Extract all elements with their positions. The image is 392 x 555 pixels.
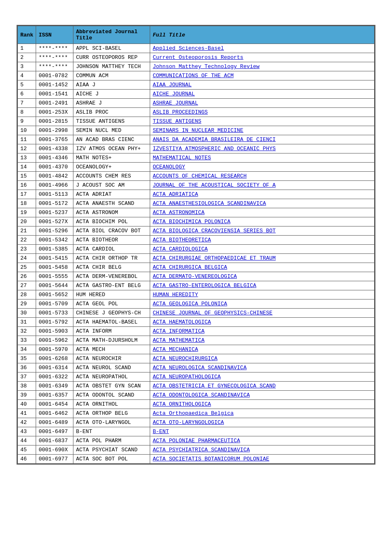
cell-full-title[interactable]: ACTA BIOTHEORETICA [150,236,375,245]
journal-link[interactable]: ACTA ANAESTHESIOLOGICA SCANDINAVICA [153,200,266,207]
cell-full-title[interactable]: ASLIB PROCEEDINGS [150,108,375,117]
journal-link[interactable]: ACTA GEOLOGICA POLONICA [153,301,227,307]
cell-full-title[interactable]: ACTA ODONTOLOGICA SCANDINAVICA [150,391,375,400]
cell-full-title[interactable]: ACTA ORNITHOLOGICA [150,400,375,409]
journal-link[interactable]: Applied Sciences-Basel [153,45,224,51]
journal-link[interactable]: COMMUNICATIONS OF THE ACM [153,73,234,79]
journal-link[interactable]: ACTA MECHANICA [153,346,198,353]
cell-full-title[interactable]: ACTA SOCIETATIS BOTANICORUM POLONIAE [150,455,375,464]
cell-full-title[interactable]: OCEANOLOGY [150,163,375,172]
journal-link[interactable]: ACCOUNTS OF CHEMICAL RESEARCH [153,173,246,179]
table-row: 240001-5415ACTA CHIR ORTHOP TRACTA CHIRU… [18,254,375,263]
journal-link[interactable]: MATHEMATICAL NOTES [153,155,211,161]
journal-link[interactable]: ACTA BIOCHIMICA POLONICA [153,219,230,225]
journal-link[interactable]: ACTA OBSTETRICIA ET GYNECOLOGICA SCAND [153,383,275,389]
journal-link[interactable]: SEMINARS IN NUCLEAR MEDICINE [153,127,243,134]
journal-link[interactable]: OCEANOLOGY [153,164,185,170]
journal-link[interactable]: ACTA MATHEMATICA [153,337,205,343]
cell-full-title[interactable]: TISSUE ANTIGENS [150,117,375,126]
cell-issn: 0001-3765 [36,135,73,144]
cell-full-title[interactable]: ACTA OBSTETRICIA ET GYNECOLOGICA SCAND [150,382,375,391]
journal-link[interactable]: ACTA ORNITHOLOGICA [153,401,211,407]
journal-link[interactable]: ACTA DERMATO-VENEREOLOGICA [153,273,237,280]
journal-link[interactable]: ACTA PSYCHIATRICA SCANDINAVICA [153,447,250,453]
journal-link[interactable]: ANAIS DA ACADEMIA BRASILEIRA DE CIENCI [153,136,275,143]
cell-full-title[interactable]: COMMUNICATIONS OF THE ACM [150,71,375,80]
cell-full-title[interactable]: AICHE JOURNAL [150,90,375,99]
cell-full-title[interactable]: ACTA BIOLOGICA CRACOVIENSIA SERIES BOT [150,226,375,236]
journal-link[interactable]: JOURNAL OF THE ACOUSTICAL SOCIETY OF A [153,182,275,188]
cell-full-title[interactable]: ACTA PSYCHIATRICA SCANDINAVICA [150,445,375,455]
cell-full-title[interactable]: ACTA MECHANICA [150,345,375,354]
journal-link[interactable]: ASHRAE JOURNAL [153,100,198,106]
journal-link[interactable]: Acta Orthopaedica Belgica [153,410,234,416]
cell-full-title[interactable]: ACTA ANAESTHESIOLOGICA SCANDINAVICA [150,199,375,208]
cell-full-title[interactable]: ACTA OTO-LARYNGOLOGICA [150,418,375,427]
cell-full-title[interactable]: ACTA GEOLOGICA POLONICA [150,299,375,309]
cell-full-title[interactable]: ACTA MATHEMATICA [150,336,375,345]
cell-full-title[interactable]: ACTA NEUROCHIRURGICA [150,354,375,363]
journal-link[interactable]: ACTA GASTRO-ENTEROLOGICA BELGICA [153,282,256,289]
cell-full-title[interactable]: ACTA CHIRURGICA BELGICA [150,263,375,272]
cell-full-title[interactable]: CHINESE JOURNAL OF GEOPHYSICS-CHINESE [150,309,375,318]
journal-link[interactable]: ASLIB PROCEEDINGS [153,109,208,115]
cell-full-title[interactable]: ACTA INFORMATICA [150,327,375,336]
table-header-row: Rank ISSN Abbreviated JournalTitle Full … [18,26,375,44]
cell-full-title[interactable]: SEMINARS IN NUCLEAR MEDICINE [150,126,375,135]
cell-full-title[interactable]: IZVESTIYA ATMOSPHERIC AND OCEANIC PHYS [150,144,375,153]
cell-full-title[interactable]: MATHEMATICAL NOTES [150,153,375,163]
journal-link[interactable]: ACTA BIOTHEORETICA [153,237,211,243]
journal-link[interactable]: ACTA CHIRURGIAE ORTHOPAEDICAE ET TRAUM [153,255,275,261]
journal-link[interactable]: ACTA HAEMATOLOGICA [153,319,211,325]
journal-link[interactable]: ACTA NEUROPATHOLOGICA [153,374,221,380]
journal-link[interactable]: ACTA NEUROLOGICA SCANDINAVICA [153,365,246,371]
journal-link[interactable]: Johnson Matthey Technology Review [153,63,259,70]
cell-full-title[interactable]: ACTA CARDIOLOGICA [150,245,375,254]
cell-full-title[interactable]: AIAA JOURNAL [150,80,375,90]
journal-link[interactable]: ACTA NEUROCHIRURGICA [153,355,217,362]
journal-link[interactable]: ACTA BIOLOGICA CRACOVIENSIA SERIES BOT [153,228,275,234]
journal-link[interactable]: ACTA OTO-LARYNGOLOGICA [153,419,224,426]
cell-full-title[interactable]: HUMAN HEREDITY [150,290,375,299]
journal-link[interactable]: AIAA JOURNAL [153,82,192,88]
cell-full-title[interactable]: Acta Orthopaedica Belgica [150,409,375,418]
journal-link[interactable]: ACTA POLONIAE PHARMACEUTICA [153,438,240,444]
journal-link[interactable]: IZVESTIYA ATMOSPHERIC AND OCEANIC PHYS [153,146,275,152]
cell-full-title[interactable]: JOURNAL OF THE ACOUSTICAL SOCIETY OF A [150,181,375,190]
journal-link[interactable]: ACTA ASTRONOMICA [153,209,205,216]
cell-full-title[interactable]: ACTA ADRIATICA [150,190,375,199]
cell-full-title[interactable]: ACTA NEUROPATHOLOGICA [150,372,375,382]
journal-link[interactable]: ACTA CHIRURGICA BELGICA [153,264,227,270]
journal-link[interactable]: Current Osteoporosis Reports [153,54,243,61]
journal-link[interactable]: ACTA CARDIOLOGICA [153,246,208,252]
cell-rank: 22 [18,236,36,245]
cell-full-title[interactable]: ACTA NEUROLOGICA SCANDINAVICA [150,363,375,372]
cell-full-title[interactable]: ACTA CHIRURGIAE ORTHOPAEDICAE ET TRAUM [150,254,375,263]
journal-link[interactable]: TISSUE ANTIGENS [153,118,201,124]
cell-full-title[interactable]: Current Osteoporosis Reports [150,53,375,62]
cell-full-title[interactable]: ACTA GASTRO-ENTEROLOGICA BELGICA [150,281,375,290]
cell-full-title[interactable]: ACCOUNTS OF CHEMICAL RESEARCH [150,172,375,181]
cell-rank: 35 [18,354,36,363]
journal-link[interactable]: ACTA ADRIATICA [153,191,198,197]
cell-full-title[interactable]: ACTA POLONIAE PHARMACEUTICA [150,436,375,445]
journal-link[interactable]: HUMAN HEREDITY [153,292,198,298]
table-row: 260001-5555ACTA DERM-VENEREBOLACTA DERMA… [18,272,375,281]
cell-full-title[interactable]: ACTA DERMATO-VENEREOLOGICA [150,272,375,281]
cell-full-title[interactable]: ACTA BIOCHIMICA POLONICA [150,217,375,226]
cell-rank: 8 [18,108,36,117]
cell-abbrev: J ACOUST SOC AM [73,181,150,190]
cell-full-title[interactable]: B-ENT [150,427,375,436]
journal-link[interactable]: CHINESE JOURNAL OF GEOPHYSICS-CHINESE [153,310,273,316]
journal-link[interactable]: ACTA ODONTOLOGICA SCANDINAVICA [153,392,250,398]
cell-full-title[interactable]: ACTA HAEMATOLOGICA [150,318,375,327]
journal-link[interactable]: ACTA INFORMATICA [153,328,205,334]
cell-full-title[interactable]: ANAIS DA ACADEMIA BRASILEIRA DE CIENCI [150,135,375,144]
journal-link[interactable]: AICHE JOURNAL [153,91,195,97]
cell-full-title[interactable]: Johnson Matthey Technology Review [150,62,375,71]
cell-full-title[interactable]: ACTA ASTRONOMICA [150,208,375,217]
journal-link[interactable]: ACTA SOCIETATIS BOTANICORUM POLONIAE [153,456,269,462]
journal-link[interactable]: B-ENT [153,428,169,435]
cell-full-title[interactable]: ASHRAE JOURNAL [150,99,375,108]
cell-full-title[interactable]: Applied Sciences-Basel [150,44,375,53]
